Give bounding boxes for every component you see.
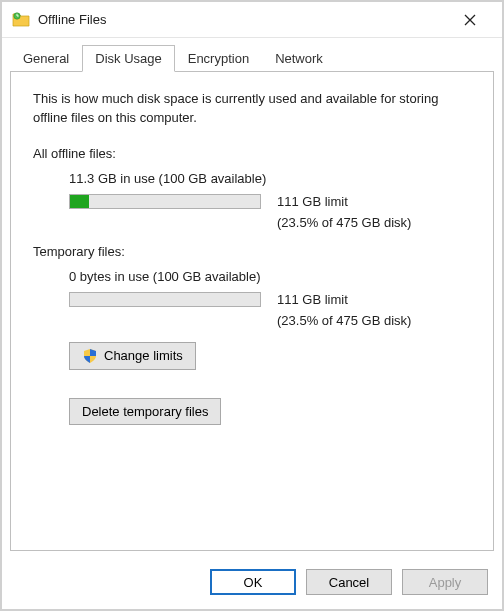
tab-encryption[interactable]: Encryption [175, 45, 262, 72]
all-offline-progress-fill [70, 195, 89, 208]
temporary-usage-text: 0 bytes in use (100 GB available) [69, 269, 471, 284]
apply-button[interactable]: Apply [402, 569, 488, 595]
temporary-label: Temporary files: [33, 244, 471, 259]
change-limits-label: Change limits [104, 348, 183, 363]
temporary-progress [69, 292, 261, 307]
dialog-footer: OK Cancel Apply [2, 559, 502, 609]
tab-strip: General Disk Usage Encryption Network [2, 38, 502, 71]
tab-network[interactable]: Network [262, 45, 336, 72]
all-offline-label: All offline files: [33, 146, 471, 161]
temporary-pct-text: (23.5% of 475 GB disk) [277, 313, 471, 328]
panel-description: This is how much disk space is currently… [33, 90, 471, 128]
cancel-button[interactable]: Cancel [306, 569, 392, 595]
uac-shield-icon [82, 348, 98, 364]
delete-temp-label: Delete temporary files [82, 404, 208, 419]
all-offline-limit-text: 111 GB limit [277, 194, 471, 209]
window-title: Offline Files [38, 12, 448, 27]
ok-button[interactable]: OK [210, 569, 296, 595]
all-offline-pct-text: (23.5% of 475 GB disk) [277, 215, 471, 230]
change-limits-button[interactable]: Change limits [69, 342, 196, 370]
all-offline-usage-text: 11.3 GB in use (100 GB available) [69, 171, 471, 186]
disk-usage-panel: This is how much disk space is currently… [10, 71, 494, 551]
offline-files-icon [12, 11, 30, 29]
all-offline-progress [69, 194, 261, 209]
titlebar: Offline Files [2, 2, 502, 38]
temporary-limit-text: 111 GB limit [277, 292, 471, 307]
tab-general[interactable]: General [10, 45, 82, 72]
tab-disk-usage[interactable]: Disk Usage [82, 45, 174, 72]
close-button[interactable] [448, 5, 492, 35]
delete-temporary-files-button[interactable]: Delete temporary files [69, 398, 221, 425]
